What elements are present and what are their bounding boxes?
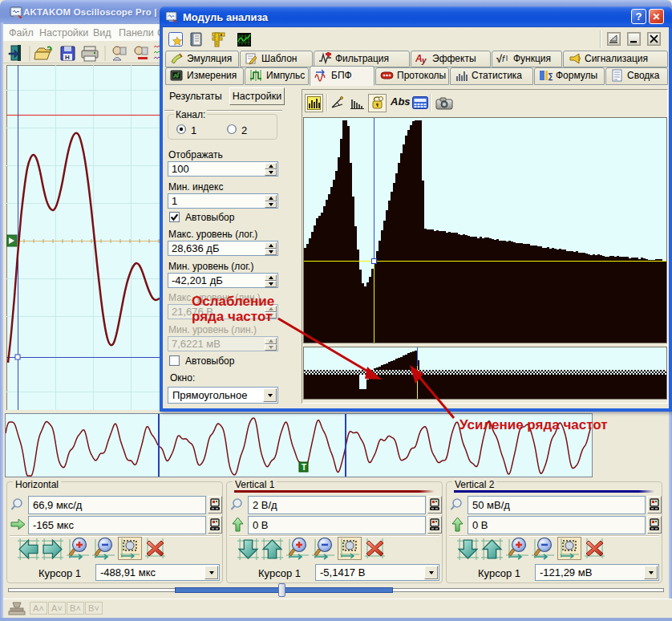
svg-text:T: T [302,463,306,472]
svg-text:f: f [502,54,505,63]
svg-text:∑: ∑ [548,71,553,81]
svg-text:H: H [65,54,70,61]
svg-text:y: y [421,56,427,65]
svg-text:l: l [506,55,508,63]
